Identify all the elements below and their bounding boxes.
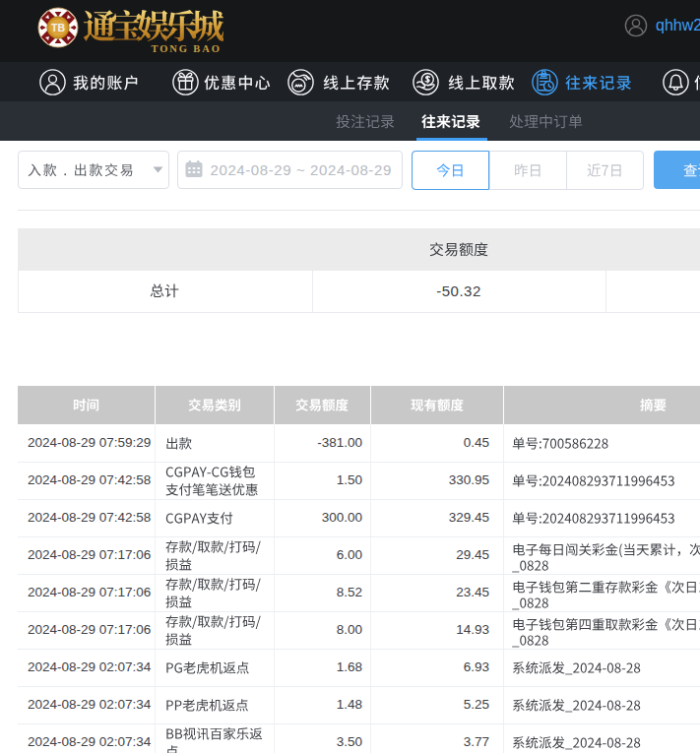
- svg-text:TB: TB: [51, 22, 65, 33]
